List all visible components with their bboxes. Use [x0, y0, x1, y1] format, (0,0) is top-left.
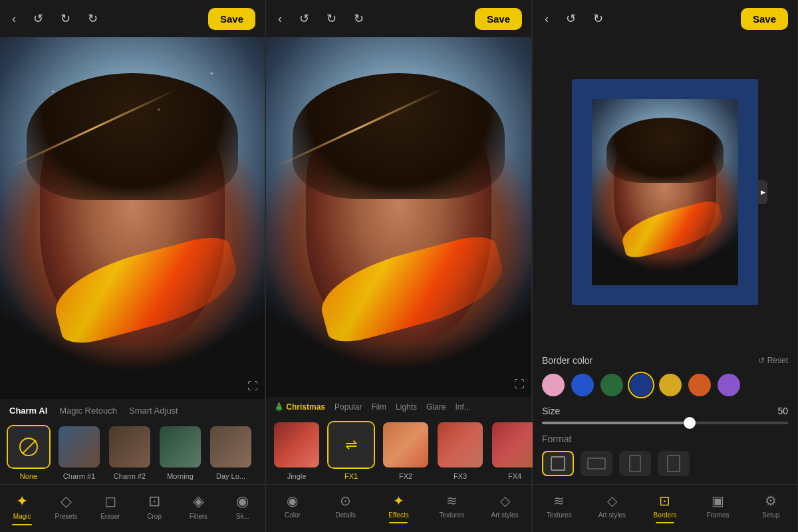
fullscreen-icon-2[interactable]: ⛶ — [514, 378, 525, 390]
reset-button[interactable]: ↻ — [58, 9, 73, 29]
slider-track — [542, 422, 788, 424]
toolbar-crop-label: Crop — [147, 513, 162, 520]
slider-fill — [542, 422, 690, 424]
swatch-orange[interactable] — [688, 374, 711, 396]
tab-inf[interactable]: Inf... — [455, 402, 470, 412]
filter-charm2[interactable]: Charm #2 — [108, 425, 152, 480]
tab-glare[interactable]: Glare — [426, 402, 446, 412]
tb3-art-styles[interactable]: ◇ Art styles — [586, 490, 639, 521]
swatch-gold[interactable] — [659, 374, 682, 396]
reset-color-button[interactable]: ↺ Reset — [758, 356, 788, 365]
tb3-setup[interactable]: ⚙ Setup — [744, 490, 797, 521]
effect-fx4[interactable]: FX4 — [491, 421, 539, 480]
reset-button-2[interactable]: ↻ — [324, 9, 339, 29]
save-button-1[interactable]: Save — [208, 8, 255, 30]
size-label: Size — [542, 406, 560, 416]
toolbar-skin[interactable]: ◉ Sk... — [221, 490, 265, 523]
swatch-blue[interactable] — [571, 374, 594, 396]
border-color-row: Border color ↺ Reset — [542, 355, 788, 366]
size-row: Size 50 — [542, 406, 788, 416]
filter-label-charm1: Charm #1 — [63, 472, 95, 480]
format-square[interactable] — [542, 451, 574, 476]
tab-charm-ai[interactable]: Charm AI — [9, 406, 47, 416]
tab-magic-retouch[interactable]: Magic Retouch — [59, 406, 117, 416]
filter-none[interactable]: None — [7, 425, 51, 480]
effects-controls: 🎄 Christmas Popular Film Lights Glare In… — [266, 397, 531, 532]
back-button-3[interactable]: ‹ — [542, 9, 551, 29]
size-slider[interactable] — [542, 422, 788, 424]
effect-fx2[interactable]: FX2 — [382, 421, 430, 480]
fullscreen-icon[interactable]: ⛶ — [247, 380, 258, 392]
panel2-photo — [266, 37, 531, 397]
tb2-textures[interactable]: ≋ Textures — [425, 490, 478, 521]
tb3-borders[interactable]: ⊡ Borders — [638, 490, 692, 526]
effect-label-fx4: FX4 — [508, 472, 521, 480]
format-portrait[interactable] — [658, 451, 690, 476]
tab-lights[interactable]: Lights — [396, 402, 417, 412]
effect-thumb-fx4 — [491, 421, 539, 469]
tb2-color-label: Color — [285, 511, 301, 519]
textures-icon: ≋ — [446, 493, 458, 509]
toolbar-magic[interactable]: ✦ Magic — [0, 490, 44, 528]
filter-thumb-none — [7, 425, 51, 469]
format-tall[interactable] — [619, 451, 651, 476]
effect-fx3[interactable]: FX3 — [436, 421, 484, 480]
filter-charm1[interactable]: Charm #1 — [57, 425, 101, 480]
tab-film[interactable]: Film — [371, 402, 386, 412]
p3-frames-icon: ▣ — [712, 493, 724, 509]
effect-fx1[interactable]: ⇌ FX1 — [327, 421, 375, 480]
panel1-header: ‹ ↺ ↻ ↻ Save — [0, 0, 265, 37]
filter-morning[interactable]: Morning — [158, 425, 202, 480]
undo-button-3[interactable]: ↺ — [563, 9, 579, 29]
effect-thumb-fx1: ⇌ — [327, 421, 375, 469]
swatch-purple[interactable] — [718, 374, 740, 396]
undo-button-2[interactable]: ↺ — [297, 9, 312, 29]
back-button[interactable]: ‹ — [9, 9, 19, 29]
back-button-2[interactable]: ‹ — [275, 9, 285, 29]
filter-label-morning: Morning — [167, 472, 194, 480]
tb2-color[interactable]: ◉ Color — [266, 490, 319, 521]
sidebar-toggle[interactable]: ▶ — [758, 180, 767, 204]
crop-icon: ⊡ — [148, 493, 160, 510]
redo-button-2[interactable]: ↻ — [351, 9, 366, 29]
toolbar-magic-label: Magic — [13, 513, 31, 520]
format-wide[interactable] — [581, 451, 612, 476]
toolbar-crop[interactable]: ⊡ Crop — [132, 490, 176, 523]
wide-icon — [587, 458, 606, 469]
effect-thumb-fx3 — [436, 421, 484, 469]
effect-jingle[interactable]: Jingle — [273, 421, 321, 480]
panel2-nav-left: ‹ ↺ ↻ ↻ — [275, 9, 366, 29]
tb3-textures-label: Textures — [547, 511, 572, 519]
format-strip — [542, 451, 788, 476]
slider-thumb[interactable] — [684, 417, 696, 429]
format-label: Format — [542, 434, 788, 444]
save-button-3[interactable]: Save — [741, 8, 788, 30]
tb2-effects[interactable]: ✦ Effects — [372, 490, 426, 526]
redo-button[interactable]: ↻ — [85, 9, 100, 29]
tb2-details[interactable]: ⊙ Details — [319, 490, 372, 521]
swatch-pink[interactable] — [542, 374, 565, 396]
save-button-2[interactable]: Save — [475, 8, 522, 30]
effect-thumb-fx2 — [382, 421, 430, 469]
tb3-textures[interactable]: ≋ Textures — [533, 490, 586, 521]
tab-popular[interactable]: Popular — [334, 402, 362, 412]
panel2-toolbar: ◉ Color ⊙ Details ✦ Effects ≋ Textures ◇… — [266, 484, 531, 532]
sliders-icon: ⇌ — [345, 436, 357, 454]
eraser-icon: ◻ — [104, 493, 116, 510]
swatch-dark-blue[interactable] — [630, 374, 652, 396]
panel2-nav-right: Save — [475, 8, 522, 30]
filter-daylo[interactable]: Day Lo... — [209, 425, 253, 480]
filter-strip: None Charm #1 Charm #2 Morning — [0, 420, 265, 484]
tb2-art-styles[interactable]: ◇ Art styles — [478, 490, 531, 521]
toolbar-filters[interactable]: ◈ Filters — [176, 490, 220, 523]
swatch-green[interactable] — [600, 374, 623, 396]
toolbar-presets[interactable]: ◇ Presets — [44, 490, 88, 523]
tab-christmas[interactable]: 🎄 Christmas — [274, 402, 325, 412]
undo-button[interactable]: ↺ — [31, 9, 46, 29]
tab-smart-adjust[interactable]: Smart Adjust — [129, 406, 178, 416]
panel3-photo — [592, 99, 738, 285]
reset-button-3[interactable]: ↻ — [591, 9, 606, 29]
tb3-frames[interactable]: ▣ Frames — [692, 490, 745, 521]
inner-photo — [592, 99, 738, 285]
toolbar-eraser[interactable]: ◻ Eraser — [88, 490, 132, 523]
